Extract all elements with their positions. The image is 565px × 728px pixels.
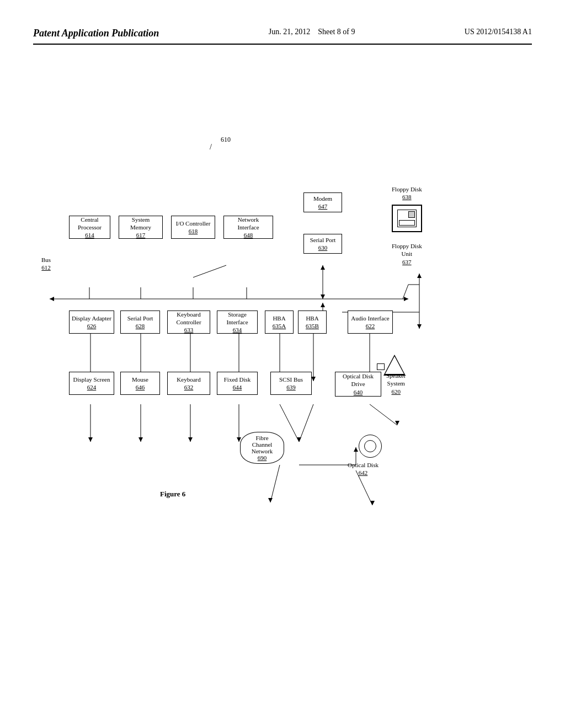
speaker-rect: [377, 363, 385, 370]
box-scsibus: SCSI Bus639: [270, 372, 312, 395]
label-floppy638: Floppy Disk638: [392, 185, 422, 201]
svg-line-54: [403, 285, 408, 299]
publication-date-sheet: Jun. 21, 2012 Sheet 8 of 9: [269, 28, 355, 36]
svg-line-60: [193, 265, 226, 277]
svg-line-52: [370, 404, 397, 425]
floppy-disk-icon: [392, 205, 422, 232]
svg-marker-58: [417, 324, 422, 329]
box-cpu: CentralProcessor614: [69, 216, 110, 239]
label-speaker: SpeakerSystem620: [386, 372, 406, 395]
svg-marker-29: [311, 377, 316, 381]
svg-marker-11: [50, 297, 54, 301]
svg-marker-51: [268, 498, 273, 502]
box-serialport630: Serial Port630: [303, 234, 342, 254]
svg-marker-35: [88, 437, 93, 442]
box-mouse: Mouse646: [120, 372, 160, 395]
figure-caption: Figure 6: [160, 490, 185, 499]
box-modem: Modem647: [303, 192, 342, 212]
svg-marker-39: [188, 437, 193, 442]
svg-marker-49: [370, 501, 375, 505]
page-header: Patent Application Publication Jun. 21, …: [33, 28, 532, 45]
box-hba635b: HBA635B: [298, 311, 327, 334]
label-floppyunit: Floppy DiskUnit637: [392, 242, 422, 266]
svg-line-42: [280, 404, 299, 442]
label-610: 610: [221, 136, 231, 144]
box-dispadapt: Display Adapter626: [69, 311, 114, 334]
label-opticaldisk: Optical Disk642: [348, 461, 379, 477]
box-storif: StorageInterface634: [217, 311, 258, 334]
svg-line-44: [299, 404, 313, 442]
box-hba635a: HBA635A: [265, 311, 294, 334]
box-fixeddisk: Fixed Disk644: [217, 372, 258, 395]
slash-610: /: [210, 143, 212, 152]
box-keyboard: Keyboard632: [167, 372, 210, 395]
box-fibrechan: FibreChannelNetwork690: [240, 432, 284, 464]
page: Patent Application Publication Jun. 21, …: [0, 0, 565, 728]
publication-number: US 2012/0154138 A1: [465, 28, 532, 36]
svg-marker-37: [138, 437, 143, 442]
box-audioif: Audio Interface622: [348, 311, 393, 334]
box-serialport628: Serial Port628: [120, 311, 160, 334]
svg-marker-53: [395, 421, 399, 425]
box-ioctrl: I/O Controller618: [171, 216, 215, 239]
svg-marker-9: [321, 303, 325, 307]
box-dispscr: Display Screen624: [69, 372, 114, 395]
svg-line-50: [270, 465, 280, 502]
figure-6-diagram: 610 / Bus612 CentralProcessor614 System …: [33, 155, 532, 651]
svg-marker-47: [354, 447, 358, 452]
svg-marker-12: [404, 297, 408, 301]
box-sysmem: System Memory617: [119, 216, 163, 239]
publication-title: Patent Application Publication: [33, 28, 159, 39]
svg-marker-43: [297, 437, 301, 442]
box-netif: Network Interface648: [223, 216, 273, 239]
label-bus: Bus612: [41, 256, 51, 272]
box-kbctrl: KeyboardController633: [167, 311, 210, 334]
svg-marker-6: [321, 295, 325, 299]
box-opticaldrive: Optical DiskDrive640: [335, 372, 381, 397]
optical-disk-inner-circle: [364, 440, 376, 452]
svg-marker-7: [321, 265, 325, 270]
svg-marker-56: [417, 274, 422, 278]
